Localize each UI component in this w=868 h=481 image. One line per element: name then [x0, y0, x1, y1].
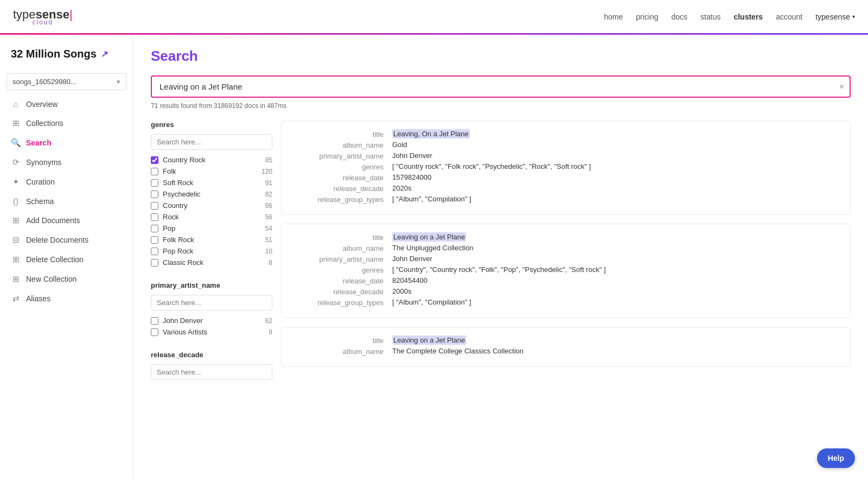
facet-genre-country-rock[interactable]: Country Rock 85: [151, 154, 272, 166]
field-value: 2000s: [392, 287, 411, 296]
genres-search-input[interactable]: [151, 134, 272, 150]
nav-typesense-dropdown[interactable]: typesense ▾: [815, 12, 855, 21]
field-value: [ "Album", "Compilation" ]: [392, 195, 471, 204]
field-key: title: [295, 233, 392, 242]
primary-artist-search-input[interactable]: [151, 295, 272, 311]
external-link-icon[interactable]: ↗: [101, 49, 108, 59]
search-icon: 🔍: [11, 138, 21, 148]
field-key: release_group_types: [295, 298, 392, 307]
sidebar-item-overview[interactable]: ⌂ Overview: [0, 94, 133, 113]
page-title: Search: [151, 48, 851, 65]
facet-genre-folk-rock[interactable]: Folk Rock 51: [151, 234, 272, 245]
search-input[interactable]: [151, 75, 851, 98]
field-key: release_date: [295, 173, 392, 182]
sidebar-item-aliases[interactable]: ⇄ Aliases: [0, 289, 133, 308]
field-key: primary_artist_name: [295, 151, 392, 160]
facet-genre-classic-rock[interactable]: Classic Rock 8: [151, 257, 272, 268]
result-row: title Leaving on a Jet Plane: [295, 233, 837, 242]
sidebar-item-curation[interactable]: ✦ Curation: [0, 172, 133, 192]
field-key: release_decade: [295, 184, 392, 193]
facet-genre-country[interactable]: Country 66: [151, 200, 272, 211]
field-key: title: [295, 336, 392, 345]
home-icon: ⌂: [11, 99, 21, 109]
result-row: title Leaving on a Jet Plane: [295, 336, 837, 345]
dropdown-chevron-icon: ▾: [117, 78, 120, 86]
delete-collection-icon: ⊞: [11, 255, 21, 264]
primary-artist-facet: primary_artist_name John Denver 62 Vario…: [151, 281, 272, 338]
result-row: primary_artist_name John Denver: [295, 151, 837, 160]
nav-links: home pricing docs status clusters accoun…: [604, 12, 855, 21]
nav-home[interactable]: home: [604, 12, 623, 21]
aliases-icon: ⇄: [11, 294, 21, 303]
field-value: [ "Country", "Country rock", "Folk", "Po…: [392, 265, 606, 274]
field-key: genres: [295, 265, 392, 274]
field-value: 820454400: [392, 276, 427, 285]
sidebar-item-delete-documents[interactable]: ⊟ Delete Documents: [0, 230, 133, 250]
nav-account[interactable]: account: [776, 12, 802, 21]
delete-documents-icon: ⊟: [11, 235, 21, 245]
field-key: album_name: [295, 141, 392, 149]
content-area: genres Country Rock 85 Folk 120 So: [151, 121, 851, 397]
result-row: release_group_types [ "Album", "Compilat…: [295, 298, 837, 307]
field-key: genres: [295, 162, 392, 171]
search-clear-button[interactable]: ×: [839, 82, 844, 92]
field-value: Gold: [392, 141, 407, 149]
result-row: title Leaving, On a Jet Plane: [295, 130, 837, 138]
sidebar-item-search[interactable]: 🔍 Search: [0, 133, 133, 153]
result-row: album_name Gold: [295, 141, 837, 149]
primary-artist-facet-title: primary_artist_name: [151, 281, 272, 289]
facet-genre-soft-rock[interactable]: Soft Rock 91: [151, 177, 272, 188]
logo[interactable]: typesense| cloud: [13, 8, 73, 26]
nav-docs[interactable]: docs: [671, 12, 687, 21]
sidebar-item-collections[interactable]: ⊞ Collections: [0, 113, 133, 133]
nav-status[interactable]: status: [700, 12, 720, 21]
sidebar-item-schema[interactable]: () Schema: [0, 192, 133, 211]
top-nav: typesense| cloud home pricing docs statu…: [0, 0, 868, 35]
field-value: Leaving, On a Jet Plane: [392, 130, 470, 138]
curation-icon: ✦: [11, 177, 21, 187]
release-decade-facet-title: release_decade: [151, 351, 272, 359]
collections-icon: ⊞: [11, 118, 21, 128]
sidebar-item-delete-collection[interactable]: ⊞ Delete Collection: [0, 250, 133, 269]
field-value: 1579824000: [392, 173, 431, 182]
sidebar-item-new-collection[interactable]: ⊞ New Collection: [0, 269, 133, 289]
field-key: title: [295, 130, 392, 138]
field-value: [ "Album", "Compilation" ]: [392, 298, 471, 307]
add-documents-icon: ⊞: [11, 216, 21, 225]
release-decade-search-input[interactable]: [151, 364, 272, 380]
synonyms-icon: ⟳: [11, 157, 21, 167]
sidebar-item-synonyms[interactable]: ⟳ Synonyms: [0, 153, 133, 172]
field-key: album_name: [295, 244, 392, 252]
field-key: primary_artist_name: [295, 255, 392, 263]
field-key: album_name: [295, 347, 392, 356]
sidebar: 32 Million Songs ↗ songs_160529980... ▾ …: [0, 35, 133, 479]
results-panel: title Leaving, On a Jet Plane album_name…: [281, 121, 851, 397]
facet-genre-pop[interactable]: Pop 54: [151, 223, 272, 234]
field-value: The Complete College Classics Collection: [392, 347, 524, 356]
field-key: release_decade: [295, 287, 392, 296]
field-value: John Denver: [392, 255, 432, 263]
facet-genre-folk[interactable]: Folk 120: [151, 166, 272, 177]
field-value: [ "Country rock", "Folk rock", "Psychede…: [392, 162, 591, 171]
genres-facet-title: genres: [151, 121, 272, 129]
result-row: release_date 820454400: [295, 276, 837, 285]
genres-facet: genres Country Rock 85 Folk 120 So: [151, 121, 272, 268]
field-key: release_date: [295, 276, 392, 285]
field-value: John Denver: [392, 151, 432, 160]
main-layout: 32 Million Songs ↗ songs_160529980... ▾ …: [0, 35, 868, 479]
nav-clusters[interactable]: clusters: [733, 12, 763, 21]
nav-pricing[interactable]: pricing: [636, 12, 658, 21]
facet-genre-pop-rock[interactable]: Pop Rock 10: [151, 245, 272, 257]
help-button[interactable]: Help: [817, 448, 855, 468]
result-card-3: title Leaving on a Jet Plane album_name …: [281, 327, 851, 367]
facet-artist-john-denver[interactable]: John Denver 62: [151, 315, 272, 326]
sidebar-item-add-documents[interactable]: ⊞ Add Documents: [0, 211, 133, 230]
collection-dropdown[interactable]: songs_160529980... ▾: [7, 73, 126, 90]
facet-genre-rock[interactable]: Rock 56: [151, 211, 272, 223]
field-value: 2020s: [392, 184, 411, 193]
schema-icon: (): [11, 197, 21, 206]
facet-artist-various-artists[interactable]: Various Artists 9: [151, 326, 272, 338]
result-row: primary_artist_name John Denver: [295, 255, 837, 263]
facet-genre-psychedelic[interactable]: Psychedelic 82: [151, 188, 272, 200]
chevron-down-icon: ▾: [852, 14, 855, 20]
